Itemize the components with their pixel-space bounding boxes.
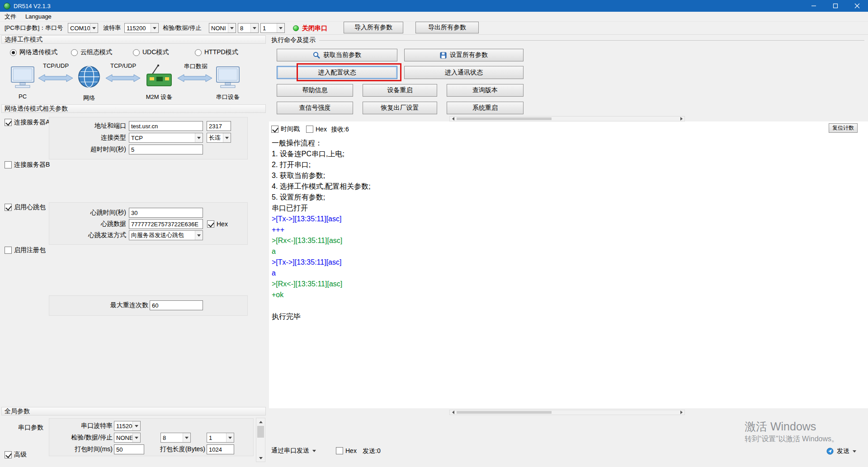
chevron-down-icon xyxy=(151,23,158,33)
timeout-input[interactable] xyxy=(129,145,203,154)
titlebar: DR514 V2.1.3 xyxy=(0,0,868,12)
scrollbar-thumb[interactable] xyxy=(457,411,552,414)
left-panel-scrollbar[interactable] xyxy=(256,418,265,462)
log-text: >[Rx<-][13:35:11][asc] xyxy=(272,280,342,288)
log-line: >[Rx<-][13:35:11][asc] xyxy=(272,235,868,246)
advanced-checkbox[interactable]: 高级 xyxy=(5,451,27,459)
reset-count-button[interactable]: 复位计数 xyxy=(829,123,858,133)
send-button[interactable]: 发送 xyxy=(826,446,856,456)
system-restart-button[interactable]: 系统重启 xyxy=(447,102,524,114)
enter-comm-state-button[interactable]: 进入通讯状态 xyxy=(404,66,524,79)
baud-rate-select[interactable]: 115200 xyxy=(124,23,159,33)
radio-transparent-mode[interactable]: 网络透传模式 xyxy=(10,48,57,56)
log-text: 3. 获取当前参数; xyxy=(272,172,325,179)
send-area-hscrollbar[interactable] xyxy=(449,410,685,415)
factory-reset-button[interactable]: 恢复出厂设置 xyxy=(363,102,437,114)
checkbox-icon xyxy=(336,447,343,454)
pc-serial-params-label: [PC串口参数]：串口号 xyxy=(5,22,63,34)
conn-type-select[interactable]: TCP xyxy=(129,133,203,143)
save-icon xyxy=(440,52,447,59)
global-params-header: 全局参数 xyxy=(1,407,266,416)
log-line: 执行完毕 xyxy=(272,311,868,322)
com-port-select[interactable]: COM10 xyxy=(68,23,98,33)
network-globe-icon xyxy=(78,65,100,89)
receive-area-hscrollbar[interactable] xyxy=(449,116,685,121)
menu-file[interactable]: 文件 xyxy=(0,13,21,21)
log-text: 串口已打开 xyxy=(272,204,308,212)
arrow-left-right-icon xyxy=(177,74,212,84)
menu-language[interactable]: Language xyxy=(21,13,56,20)
server-a-checkbox[interactable]: 连接服务器A xyxy=(5,118,50,126)
maximize-button[interactable] xyxy=(825,0,846,12)
send-via-serial-dropdown[interactable]: 通过串口发送 xyxy=(271,446,316,456)
checkbox-icon xyxy=(207,220,214,228)
heartbeat-time-input[interactable] xyxy=(129,208,203,218)
serial-stopbits-select[interactable]: 1 xyxy=(207,433,234,443)
server-b-checkbox[interactable]: 连接服务器B xyxy=(5,161,50,169)
scroll-right-icon[interactable] xyxy=(678,410,684,415)
keepalive-select[interactable]: 长连 xyxy=(207,133,231,143)
log-text: 执行完毕 xyxy=(272,313,301,320)
scrollbar-thumb[interactable] xyxy=(457,117,552,120)
import-all-params-button[interactable]: 导入所有参数 xyxy=(344,22,403,33)
scroll-left-icon[interactable] xyxy=(450,117,456,121)
device-restart-button[interactable]: 设备重启 xyxy=(363,84,437,97)
radio-udc-mode[interactable]: UDC模式 xyxy=(133,48,169,56)
parity-data-stop-label: 检验/数据/停止 xyxy=(163,22,201,34)
stop-bits-select[interactable]: 1 xyxy=(260,23,285,33)
checkbox-icon xyxy=(5,204,12,211)
register-packet-checkbox[interactable]: 启用注册包 xyxy=(5,246,46,254)
parity-select[interactable]: NONI xyxy=(209,23,236,33)
server-a-port-input[interactable] xyxy=(207,121,231,131)
magnifier-icon xyxy=(313,51,320,59)
log-text: 2. 打开串口; xyxy=(272,161,311,168)
enter-config-state-button[interactable]: 进入配置状态 xyxy=(277,66,397,79)
m2m-label: M2M 设备 xyxy=(138,93,180,101)
radio-httpd-mode[interactable]: HTTPD模式 xyxy=(195,48,238,56)
heartbeat-data-input[interactable] xyxy=(129,219,203,229)
query-signal-button[interactable]: 查信号强度 xyxy=(277,102,353,114)
sent-count: 发送:0 xyxy=(363,447,381,456)
close-button[interactable] xyxy=(846,0,868,12)
pack-time-input[interactable] xyxy=(114,444,144,454)
help-info-button[interactable]: 帮助信息 xyxy=(277,84,353,97)
receive-hex-checkbox[interactable]: Hex xyxy=(306,125,327,133)
scroll-down-icon[interactable] xyxy=(256,454,265,462)
network-label: 网络 xyxy=(78,94,100,102)
checkbox-icon xyxy=(306,126,313,133)
radio-icon xyxy=(10,49,17,56)
query-version-button[interactable]: 查询版本 xyxy=(447,84,524,97)
serial-baud-select[interactable]: 115200 xyxy=(114,421,141,431)
addr-port-label: 地址和端口 xyxy=(54,121,126,131)
serial-databits-select[interactable]: 8 xyxy=(160,433,191,443)
link1-label: TCP/UDP xyxy=(43,62,68,69)
data-bits-select[interactable]: 8 xyxy=(238,23,259,33)
checkbox-icon xyxy=(5,451,12,458)
max-reconnect-input[interactable] xyxy=(150,300,203,310)
timestamp-checkbox[interactable]: 时间戳 xyxy=(271,125,300,133)
chevron-down-icon xyxy=(195,133,203,142)
heartbeat-mode-select[interactable]: 向服务器发送心跳包 xyxy=(129,230,203,240)
log-area[interactable]: 一般操作流程： 1. 设备连PC串口,上电; 2. 打开串口; 3. 获取当前参… xyxy=(269,121,868,408)
server-a-address-input[interactable] xyxy=(129,121,203,131)
close-serial-button[interactable]: 关闭串口 xyxy=(293,23,327,34)
heartbeat-hex-checkbox[interactable]: Hex xyxy=(207,220,228,228)
log-line: 3. 获取当前参数; xyxy=(272,170,868,181)
log-text: >[Tx->][13:35:11][asc] xyxy=(272,215,341,223)
port-open-status-icon xyxy=(293,25,299,31)
radio-icon xyxy=(133,49,140,56)
radio-cloud-mode[interactable]: 云组态模式 xyxy=(71,48,112,56)
send-hex-checkbox[interactable]: Hex xyxy=(336,447,357,455)
set-all-params-button[interactable]: 设置所有参数 xyxy=(404,49,524,61)
serial-parity-select[interactable]: NONE xyxy=(114,433,141,443)
pack-length-input[interactable] xyxy=(207,444,234,454)
max-reconnect-label: 最大重连次数 xyxy=(68,300,148,310)
minimize-button[interactable] xyxy=(803,0,825,12)
scrollbar-thumb[interactable] xyxy=(257,426,264,438)
get-current-params-button[interactable]: 获取当前参数 xyxy=(277,49,397,61)
scroll-right-icon[interactable] xyxy=(678,117,684,121)
scroll-left-icon[interactable] xyxy=(450,410,456,415)
export-all-params-button[interactable]: 导出所有参数 xyxy=(415,22,479,33)
scroll-up-icon[interactable] xyxy=(256,418,265,425)
heartbeat-checkbox[interactable]: 启用心跳包 xyxy=(5,203,46,211)
